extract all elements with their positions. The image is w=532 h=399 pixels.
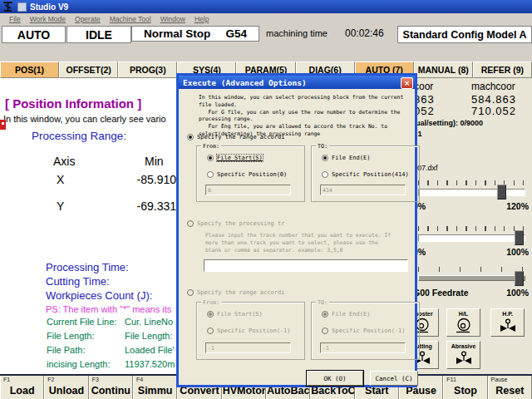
axis-x-label: X <box>57 173 64 186</box>
radio-icon[interactable] <box>322 311 328 318</box>
axis-header: Axis <box>53 155 75 168</box>
from-position-input[interactable] <box>205 185 291 195</box>
radio-icon[interactable] <box>322 328 328 334</box>
close-icon[interactable]: ✕ <box>401 77 413 89</box>
radio-icon[interactable] <box>187 134 194 140</box>
machcoor-header: machcoor <box>471 81 515 92</box>
radio-icon[interactable] <box>207 155 214 161</box>
track-number-input[interactable] <box>204 259 408 272</box>
left-edge-marker <box>0 120 6 130</box>
dialog-title: Execute (Advanced Options) <box>183 78 307 87</box>
radio-icon[interactable] <box>207 171 214 178</box>
file-end-radio-2[interactable]: File End(E) <box>322 311 370 318</box>
pump-icon <box>455 318 473 337</box>
spindle-setting-fragment: tual/setting): 0/9000 <box>413 119 483 127</box>
slider-track[interactable] <box>418 275 525 281</box>
to-specific-position-radio[interactable]: Specific Position(414) <box>322 171 409 178</box>
reset-button[interactable]: PauseReset <box>488 376 532 399</box>
from-specific-position-radio[interactable]: Specific Position(0) <box>207 171 287 178</box>
simulate-button[interactable]: F4Simmu <box>133 376 177 399</box>
tab-refer[interactable]: REFER (9) <box>473 62 532 78</box>
file-path-label: File Path: <box>47 345 85 355</box>
machining-time-label: machining time <box>266 28 328 38</box>
file-length-value: File Length: <box>125 331 172 341</box>
slider-thumb[interactable] <box>497 185 506 200</box>
from-position-input-2[interactable] <box>205 342 291 353</box>
ps-note: PS: The item with "*" means its <box>46 304 171 314</box>
cutting-time-label: Cutting Time: <box>46 275 110 288</box>
tab-pos[interactable]: POS(1) <box>0 62 59 78</box>
dialog-titlebar: Execute (Advanced Options) ✕ <box>179 76 415 89</box>
cancel-button[interactable]: Cancel (C) <box>370 371 418 386</box>
slider-thumb[interactable] <box>515 230 524 245</box>
status-coord-system: G54 <box>225 27 247 40</box>
unload-button[interactable]: F2Unload <box>44 376 88 399</box>
g00-feedrate-slider: G00 Feedrate 100% <box>418 267 524 302</box>
radio-icon[interactable] <box>207 311 214 318</box>
to-position-input-2[interactable] <box>320 342 406 353</box>
track-help-text: Please input the track number that you w… <box>205 232 391 254</box>
file-line-value: Cur. LineNo <box>125 317 173 327</box>
tab-manual[interactable]: MANUAL (8) <box>414 62 473 78</box>
machcoor-x-value: 584.863 <box>471 93 516 106</box>
menu-file[interactable]: File <box>9 15 21 23</box>
app-icon <box>2 2 14 12</box>
menu-window[interactable]: Window <box>160 15 185 23</box>
window-title: Studio V9 <box>30 2 68 12</box>
incising-length-value: 11937.520m <box>125 359 175 369</box>
min-header: Min <box>145 155 164 168</box>
high-low-button[interactable]: H/L <box>446 308 480 337</box>
processing-time-label: Processing Time: <box>46 261 129 273</box>
app-window: Studio V9 File Work Mode Operate Machine… <box>0 0 532 399</box>
tab-prog[interactable]: PROG(3) <box>118 62 177 78</box>
abrasive-button[interactable]: Abrasive <box>446 341 480 369</box>
panel-heading: [ Position Information ] <box>5 96 141 111</box>
g00-feedrate-label: G00 Feedrate <box>413 288 469 298</box>
slider-ticks <box>418 180 524 185</box>
radio-icon[interactable] <box>322 155 328 161</box>
range-radio-2[interactable]: Specify the range accordi <box>187 289 284 296</box>
radio-icon[interactable] <box>207 328 214 334</box>
slider1-max-label: 120% <box>506 201 529 211</box>
valve-icon <box>498 318 518 337</box>
stop-button[interactable]: F11Stop <box>443 376 487 399</box>
from-specific-position-radio-2[interactable]: Specific Position(-1) <box>207 328 291 334</box>
track-radio[interactable]: Specify the processing tr <box>187 220 284 227</box>
to-position-input[interactable] <box>320 185 406 195</box>
axis-y-label: Y <box>57 200 64 213</box>
tab-offset[interactable]: OFFSET(2) <box>59 62 118 78</box>
menu-help[interactable]: Help <box>195 15 209 23</box>
axis-x-min: -85.910 <box>108 173 176 186</box>
processing-range-title: Processing Range: <box>32 130 126 142</box>
slider-track[interactable] <box>418 189 525 196</box>
radio-icon[interactable] <box>187 220 194 227</box>
radio-icon[interactable] <box>187 289 194 296</box>
slider2-max-label: 100% <box>506 247 529 257</box>
radio-icon[interactable] <box>322 171 328 178</box>
load-button[interactable]: F1Load <box>0 376 44 399</box>
slider-track[interactable] <box>418 234 525 242</box>
menu-operate[interactable]: Operate <box>75 15 101 23</box>
slider-ticks <box>418 226 524 231</box>
menu-machine-tool[interactable]: Machine Tool <box>110 15 151 23</box>
menu-work-mode[interactable]: Work Mode <box>30 15 66 23</box>
continue-button[interactable]: F3Continu <box>89 376 133 399</box>
file-start-radio[interactable]: File Start(S) <box>207 155 263 161</box>
window-titlebar: Studio V9 <box>0 0 532 13</box>
ok-button[interactable]: OK (O) <box>307 371 363 386</box>
status-stop-mode: Normal Stop <box>144 27 210 40</box>
dialog-intro-text: In this window, you can select processin… <box>199 94 403 138</box>
high-pressure-button[interactable]: H.P. <box>490 308 525 337</box>
status-stop-gcode: Normal Stop G54 <box>131 26 259 42</box>
range-radio-1[interactable]: Specify the range accordi <box>187 134 284 140</box>
file-path-value: Loaded File' <box>125 345 175 355</box>
panel-description: In this window, you can clearly see vari… <box>3 114 166 124</box>
titlebar-small-box <box>17 2 27 12</box>
file-length-label: File Length: <box>47 331 94 341</box>
file-end-radio[interactable]: File End(E) <box>322 155 370 161</box>
slider-thumb[interactable] <box>515 271 524 286</box>
to-specific-position-radio-2[interactable]: Specific Position(-1) <box>322 328 406 334</box>
execute-advanced-options-dialog: Execute (Advanced Options) ✕ In this win… <box>176 73 417 387</box>
file-start-radio-2[interactable]: File Start(S) <box>207 311 263 318</box>
status-mode: AUTO <box>2 26 66 43</box>
